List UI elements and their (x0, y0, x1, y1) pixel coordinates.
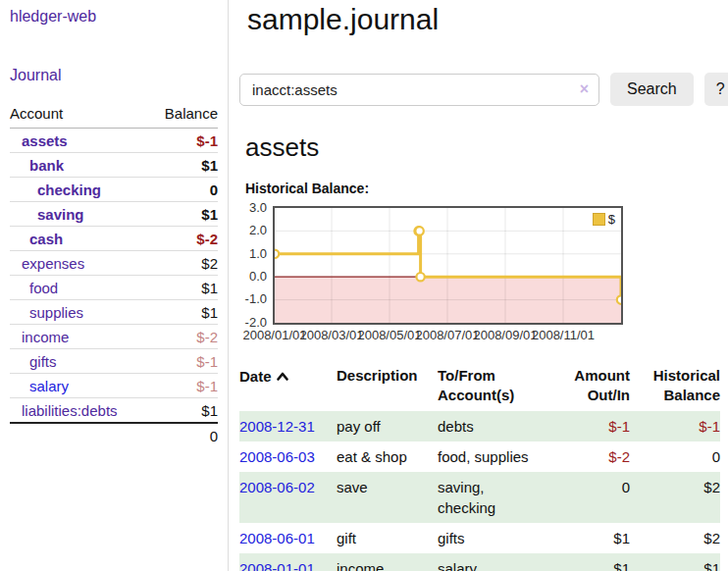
account-balance: $1 (149, 153, 218, 178)
account-row-gifts: gifts $-1 (10, 349, 218, 374)
transaction-date-link[interactable]: 2008-01-01 (239, 560, 315, 571)
account-row-assets: assets $-1 (10, 129, 218, 153)
chart-canvas (275, 208, 621, 323)
transaction-accounts: debts (438, 411, 547, 441)
accounts-header-row: Account Balance (10, 105, 218, 129)
y-tick-label: -1.0 (239, 291, 267, 307)
account-balance: $-2 (149, 227, 218, 251)
search-bar: × Search ? (239, 73, 728, 106)
transaction-accounts: gifts (438, 523, 547, 553)
transaction-amount: 0 (547, 472, 630, 523)
nav-journal-link[interactable]: Journal (10, 67, 61, 83)
accounts-table: Account Balance assets $-1 bank $1 check… (10, 105, 218, 447)
legend-swatch-icon (593, 213, 605, 226)
transaction-row: 2008-12-31 pay off debts $-1 $-1 (239, 411, 720, 441)
account-row-salary: salary $-1 (10, 374, 218, 398)
account-row-liabilities-debts: liabilities:debts $1 (10, 398, 218, 424)
account-link-income[interactable]: income (22, 329, 69, 345)
y-tick-label: 1.0 (239, 246, 267, 262)
account-row-expenses: expenses $2 (10, 251, 218, 276)
register-col-amount: Amount Out/In (547, 364, 630, 411)
transaction-date-link[interactable]: 2008-06-01 (239, 530, 315, 546)
x-tick-label: 2008/11/01 (528, 328, 598, 342)
account-row-bank: bank $1 (10, 153, 218, 178)
account-balance: $-2 (149, 325, 218, 349)
accounts-col-balance: Balance (149, 105, 218, 129)
transaction-balance: $2 (630, 472, 720, 523)
account-link-supplies[interactable]: supplies (29, 304, 83, 321)
account-link-assets[interactable]: assets (22, 132, 68, 149)
transaction-row: 2008-06-03 eat & shop food, supplies $-2… (239, 441, 720, 472)
account-heading: assets (245, 132, 728, 163)
search-input[interactable] (239, 74, 599, 106)
register-col-date-label: Date (239, 368, 272, 385)
account-row-saving: saving $1 (10, 202, 218, 227)
historical-balance-chart: 3.0 2.0 1.0 0.0 -1.0 -2.0 (239, 206, 724, 349)
transaction-balance: 0 (630, 441, 720, 472)
register-col-balance: Historical Balance (630, 364, 720, 411)
account-balance: $-1 (149, 349, 218, 374)
page-title: sample.journal (247, 3, 728, 36)
accounts-total-row: 0 (10, 423, 218, 447)
account-balance: $1 (149, 202, 218, 227)
account-link-expenses[interactable]: expenses (22, 255, 84, 272)
transaction-accounts: saving, checking (438, 472, 547, 523)
transaction-row: 2008-06-01 gift gifts $1 $2 (239, 523, 720, 553)
chart-plot-area: $ (273, 206, 623, 325)
legend-label: $ (608, 212, 615, 227)
account-link-saving[interactable]: saving (37, 206, 84, 223)
transaction-balance: $1 (630, 553, 720, 571)
main-content: sample.journal × Search ? assets Histori… (229, 0, 728, 571)
account-balance: 0 (149, 178, 218, 202)
account-row-supplies: supplies $1 (10, 300, 218, 325)
account-row-food: food $1 (10, 276, 218, 300)
accounts-col-account: Account (10, 105, 149, 129)
transaction-description: save (337, 472, 438, 523)
register-col-accounts: To/From Account(s) (438, 364, 547, 411)
search-input-wrap: × (239, 74, 599, 106)
transaction-description: income (337, 553, 438, 571)
sort-ascending-icon (277, 366, 288, 386)
transaction-amount: $1 (547, 553, 630, 571)
transaction-accounts: salary (438, 553, 547, 571)
accounts-total-value: 0 (149, 423, 218, 447)
account-link-bank[interactable]: bank (29, 157, 64, 174)
account-link-salary[interactable]: salary (29, 378, 69, 394)
account-balance: $-1 (149, 374, 218, 398)
account-link-checking[interactable]: checking (37, 182, 101, 198)
transaction-date-link[interactable]: 2008-06-03 (239, 448, 315, 465)
y-tick-label: 0.0 (239, 269, 267, 285)
transaction-description: pay off (337, 411, 438, 441)
account-link-liabilities-debts[interactable]: liabilities:debts (22, 402, 118, 419)
account-link-cash[interactable]: cash (29, 231, 63, 247)
account-link-food[interactable]: food (29, 280, 58, 296)
transaction-description: gift (337, 523, 438, 553)
chart-heading: Historical Balance: (245, 181, 728, 196)
register-header-row: Date Description To/From Account(s) Amou… (239, 364, 720, 411)
account-row-checking: checking 0 (10, 178, 218, 202)
transaction-date-link[interactable]: 2008-06-02 (239, 479, 315, 495)
transaction-description: eat & shop (337, 441, 438, 472)
app-title-link[interactable]: hledger-web (10, 8, 96, 26)
account-link-gifts[interactable]: gifts (29, 353, 57, 370)
clear-search-icon[interactable]: × (580, 80, 589, 98)
account-balance: $2 (149, 251, 218, 276)
y-tick-label: 2.0 (239, 223, 267, 238)
register-col-date[interactable]: Date (239, 364, 337, 411)
sidebar-nav: Journal (10, 67, 218, 84)
transaction-amount: $-1 (547, 411, 630, 441)
transaction-row: 2008-06-02 save saving, checking 0 $2 (239, 472, 720, 523)
transaction-amount: $-2 (547, 441, 630, 472)
account-balance: $1 (149, 276, 218, 300)
account-balance: $1 (149, 300, 218, 325)
hledger-web-window: hledger-web Journal Account Balance asse… (0, 0, 728, 571)
search-help-button[interactable]: ? (704, 73, 728, 106)
transaction-balance: $2 (630, 523, 720, 553)
chart-legend: $ (592, 212, 616, 227)
transaction-date-link[interactable]: 2008-12-31 (239, 418, 315, 435)
account-row-income: income $-2 (10, 325, 218, 349)
search-button[interactable]: Search (610, 73, 694, 106)
account-row-cash: cash $-2 (10, 227, 218, 251)
y-tick-label: 3.0 (239, 200, 267, 216)
account-balance: $-1 (149, 129, 218, 153)
